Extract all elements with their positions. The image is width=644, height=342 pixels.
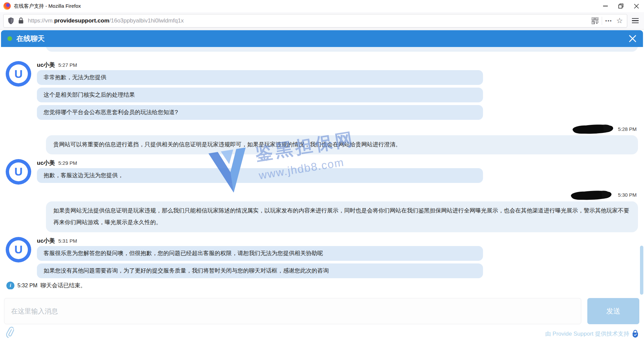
navigation-bar: https://vm.providesupport.com/16o3ppbyal…	[0, 12, 644, 30]
redacted-name	[571, 123, 615, 135]
close-icon	[629, 35, 637, 43]
page-actions-icon[interactable]: •••	[605, 18, 612, 23]
message-group-agent-529: U uc小美 5:29 PM 抱歉，客服这边无法为您提供，	[6, 159, 638, 185]
avatar-letter: U	[9, 64, 28, 83]
online-status-dot	[7, 36, 12, 41]
window-controls	[598, 0, 644, 12]
agent-avatar: U	[6, 61, 31, 87]
chat-log: 如果是出于玩家违规投注而导致被限制登录的话，希望贵网站可以提供一下相关资料，我们…	[1, 47, 643, 289]
message-group-agent-527: U uc小美 5:27 PM 非常抱歉，无法为您提供 这个是相关部门核实之后的处…	[6, 61, 638, 120]
minimize-button[interactable]	[598, 0, 613, 12]
system-message-row: i 5:32 PM 聊天会话已结束。	[6, 282, 643, 289]
sender-name: uc小美	[37, 61, 55, 69]
redacted-name	[568, 189, 615, 201]
avatar-letter: U	[9, 240, 28, 259]
info-icon: i	[6, 282, 14, 289]
agent-message: 客服很乐意为您解答您的疑问噢，但很抱歉，您的问题已经超出客服的权限，请恕我们无法…	[37, 246, 483, 261]
attachment-button[interactable]	[3, 326, 16, 341]
restore-button[interactable]	[613, 0, 629, 12]
visitor-message: 贵网站可以将重要的信息进行遮挡，只提供相关的信息证明是玩家违规即可，如果是玩家违…	[46, 135, 638, 154]
chat-footer: 由 Provide Support 提供技术支持	[5, 326, 639, 341]
message-time: 5:30 PM	[618, 192, 637, 198]
browser-window: 在线客户支持 - Mozilla Firefox	[0, 0, 644, 342]
message-group-agent-531: U uc小美 5:31 PM 客服很乐意为您解答您的疑问噢，但很抱歉，您的问题已…	[6, 237, 638, 278]
powered-by-link[interactable]: 由 Provide Support 提供技术支持	[545, 330, 639, 338]
sender-name: uc小美	[37, 237, 55, 245]
chat-header: 在线聊天	[1, 30, 643, 47]
scrollbar-thumb[interactable]	[640, 246, 643, 295]
message-group-visitor-530: 5:30 PM 如果贵网站无法提供信息证明是玩家违规，那么我们只能相信玩家陈述的…	[6, 190, 638, 232]
system-message-time: 5:32 PM	[17, 283, 38, 289]
message-time: 5:27 PM	[58, 62, 77, 68]
message-time: 5:28 PM	[618, 126, 637, 132]
close-chat-button[interactable]	[629, 35, 637, 43]
agent-message: 如果您没有其他问题需要咨询，为了更好的提交服务质量，我们将暂时关闭与您的聊天对话…	[37, 263, 483, 278]
avatar-letter: U	[9, 162, 28, 181]
url-prefix: https://vm.	[28, 17, 54, 24]
system-message-text: 聊天会话已结束。	[41, 282, 86, 289]
message-group-visitor-528: 5:28 PM 贵网站可以将重要的信息进行遮挡，只提供相关的信息证明是玩家违规即…	[6, 124, 638, 154]
agent-message: 非常抱歉，无法为您提供	[37, 70, 483, 85]
chat-title: 在线聊天	[16, 34, 45, 43]
sender-name: uc小美	[37, 159, 55, 167]
close-icon	[634, 4, 639, 9]
window-title: 在线客户支持 - Mozilla Firefox	[14, 3, 81, 9]
clipped-visitor-message: 如果是出于玩家违规投注而导致被限制登录的话，希望贵网站可以提供一下相关资料，我们…	[46, 47, 638, 52]
url-path: /16o3ppbyalbiv1hi0lwldmfq1x	[109, 17, 184, 24]
visitor-message: 如果贵网站无法提供信息证明是玩家违规，那么我们只能相信玩家陈述的情况属实，以玩家…	[46, 201, 638, 232]
lock-icon[interactable]	[18, 17, 24, 24]
url-domain: providesupport.com	[54, 17, 109, 24]
agent-message: 您觉得哪个平台会公布恶意套利会员的玩法给您知道?	[37, 105, 483, 120]
agent-message: 这个是相关部门核实之后的处理结果	[37, 88, 483, 102]
send-button[interactable]: 发送	[587, 298, 639, 324]
agent-avatar: U	[6, 237, 31, 262]
menu-icon[interactable]	[632, 18, 639, 23]
powered-by-text: 由 Provide Support 提供技术支持	[545, 330, 629, 338]
bookmark-star-icon[interactable]: ☆	[616, 16, 623, 25]
secure-lock-icon	[632, 330, 639, 338]
firefox-icon	[3, 2, 11, 10]
url-bar[interactable]: https://vm.providesupport.com/16o3ppbyal…	[3, 14, 627, 28]
minimize-icon	[603, 6, 608, 6]
agent-avatar: U	[6, 159, 31, 185]
paperclip-icon	[3, 326, 16, 340]
agent-message: 抱歉，客服这边无法为您提供，	[37, 168, 483, 183]
shield-icon[interactable]	[8, 17, 14, 25]
title-bar: 在线客户支持 - Mozilla Firefox	[0, 0, 644, 12]
qr-code-icon[interactable]	[592, 17, 598, 24]
message-time: 5:31 PM	[58, 238, 77, 244]
message-time: 5:29 PM	[58, 160, 77, 166]
urlbar-divider	[602, 17, 602, 25]
restore-icon	[618, 3, 624, 9]
message-input[interactable]	[4, 298, 581, 324]
message-input-row: 发送	[4, 298, 639, 324]
close-window-button[interactable]	[629, 0, 644, 12]
url-text: https://vm.providesupport.com/16o3ppbyal…	[28, 17, 184, 24]
